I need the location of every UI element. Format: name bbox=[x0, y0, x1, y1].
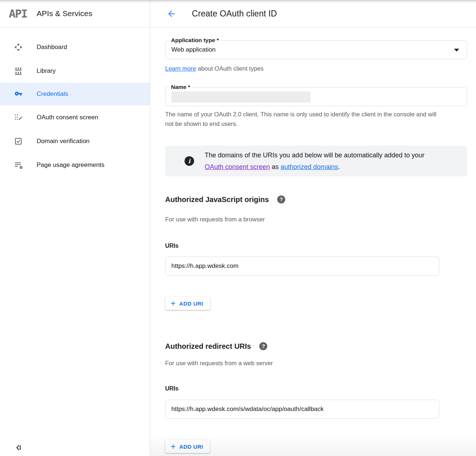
js-origin-uri-input[interactable] bbox=[165, 257, 439, 276]
consent-list-pencil-icon bbox=[14, 113, 23, 122]
arrow-left-icon bbox=[167, 9, 176, 19]
name-field[interactable]: Name * bbox=[165, 87, 467, 106]
list-gear-icon bbox=[14, 161, 23, 169]
info-note-middle: as bbox=[270, 163, 280, 171]
sidebar-item-dashboard[interactable]: Dashboard bbox=[0, 35, 150, 59]
section-subtext: For use with requests from a web server bbox=[165, 359, 476, 367]
page-title: Create OAuth client ID bbox=[192, 9, 277, 19]
section-heading-redirect-uris: Authorized redirect URIs ? bbox=[165, 341, 476, 351]
add-uri-label: ADD URI bbox=[179, 300, 203, 307]
sidebar-item-oauth-consent-screen[interactable]: OAuth consent screen bbox=[0, 105, 150, 129]
sidebar-item-credentials[interactable]: Credentials bbox=[0, 83, 150, 105]
sidebar-item-library[interactable]: Library bbox=[0, 59, 150, 83]
uris-label: URIs bbox=[165, 242, 476, 250]
learn-more-rest: about OAuth client types bbox=[196, 65, 263, 72]
learn-more-link[interactable]: Learn more bbox=[165, 65, 196, 72]
sidebar-item-page-usage-agreements[interactable]: Page usage agreements bbox=[0, 153, 150, 177]
sidebar-item-label: Credentials bbox=[37, 90, 68, 98]
section-heading-text: Authorized JavaScript origins bbox=[165, 195, 269, 204]
info-note-suffix: . bbox=[338, 163, 340, 171]
add-uri-button[interactable]: + ADD URI bbox=[165, 440, 210, 453]
oauth-consent-screen-link[interactable]: OAuth consent screen bbox=[205, 163, 270, 171]
application-type-value: Web application bbox=[171, 41, 216, 59]
key-icon bbox=[14, 90, 23, 98]
sidebar-header: API APIs & Services bbox=[0, 0, 150, 27]
info-icon: i bbox=[185, 156, 194, 166]
form-content: Application type * Web application Learn… bbox=[150, 40, 476, 453]
sidebar-nav: Dashboard Library bbox=[0, 27, 150, 177]
uris-label: URIs bbox=[165, 385, 476, 392]
page-header: Create OAuth client ID bbox=[150, 0, 476, 27]
sidebar-item-domain-verification[interactable]: Domain verification bbox=[0, 129, 150, 153]
section-subtext: For use with requests from a browser bbox=[165, 215, 476, 223]
authorized-domains-link[interactable]: authorized domains bbox=[280, 163, 338, 171]
redirect-uri-input[interactable] bbox=[165, 400, 439, 419]
info-note: i The domains of the URIs you add below … bbox=[165, 146, 467, 176]
sidebar-title: APIs & Services bbox=[37, 9, 92, 18]
sidebar-item-label: OAuth consent screen bbox=[37, 114, 98, 121]
plus-icon: + bbox=[171, 442, 175, 451]
sidebar-item-label: Page usage agreements bbox=[37, 161, 104, 169]
plus-icon: + bbox=[171, 299, 175, 308]
sidebar-item-label: Dashboard bbox=[37, 44, 67, 51]
sidebar-item-label: Domain verification bbox=[37, 138, 90, 145]
add-uri-label: ADD URI bbox=[179, 444, 203, 450]
library-icon bbox=[14, 67, 23, 75]
checkbox-check-icon bbox=[14, 137, 23, 146]
dashboard-icon bbox=[14, 43, 23, 52]
learn-more-line: Learn more about OAuth client types bbox=[165, 64, 476, 72]
application-type-select[interactable]: Application type * Web application bbox=[165, 40, 467, 59]
name-label: Name * bbox=[169, 83, 192, 91]
app-window: API APIs & Services Dashboard bbox=[0, 0, 476, 456]
collapse-sidebar-button[interactable] bbox=[14, 443, 23, 452]
name-value-redacted bbox=[171, 91, 310, 102]
chevron-left-bar-icon bbox=[15, 444, 23, 452]
caret-down-icon bbox=[454, 49, 459, 52]
add-uri-button[interactable]: + ADD URI bbox=[165, 297, 210, 310]
info-note-prefix: The domains of the URIs you add below wi… bbox=[205, 152, 424, 159]
section-heading-js-origins: Authorized JavaScript origins ? bbox=[165, 195, 476, 204]
api-logo: API bbox=[9, 7, 27, 20]
help-icon[interactable]: ? bbox=[259, 342, 267, 350]
section-heading-text: Authorized redirect URIs bbox=[165, 341, 251, 351]
back-button[interactable] bbox=[166, 8, 176, 19]
sidebar-item-label: Library bbox=[37, 67, 56, 75]
sidebar: API APIs & Services Dashboard bbox=[0, 0, 150, 456]
name-helper-text: The name of your OAuth 2.0 client. This … bbox=[165, 109, 438, 128]
main-panel: Create OAuth client ID Application type … bbox=[150, 0, 476, 456]
info-note-text: The domains of the URIs you add below wi… bbox=[205, 149, 441, 173]
help-icon[interactable]: ? bbox=[277, 195, 285, 203]
